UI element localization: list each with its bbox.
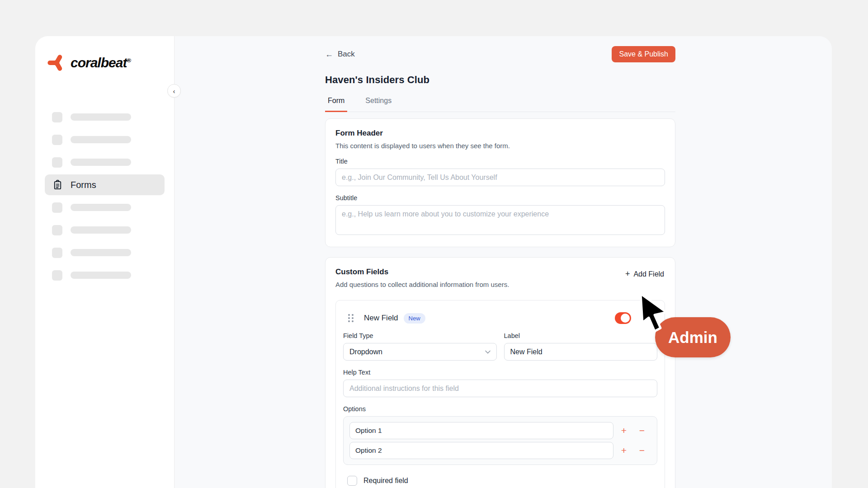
sidebar-skeleton-item <box>35 151 174 174</box>
title-input[interactable] <box>335 169 665 186</box>
tab-form[interactable]: Form <box>325 97 347 112</box>
field-type-value: Dropdown <box>349 348 382 356</box>
coralbeat-logo-icon <box>47 53 66 72</box>
skeleton-label <box>71 272 131 279</box>
skeleton-label <box>71 136 131 143</box>
required-row: Required field <box>347 476 657 486</box>
title-field-label: Title <box>335 158 665 165</box>
field-type-label: Field Type <box>343 332 497 339</box>
skeleton-label <box>71 159 131 166</box>
field-editor-card: New Field New Field Type Dropdown <box>335 300 665 488</box>
page: coralbeat® ‹ Forms <box>0 0 868 488</box>
sidebar-skeleton-item <box>35 264 174 286</box>
custom-fields-card: Custom Fields Add questions to collect a… <box>325 257 675 488</box>
skeleton-icon <box>52 225 62 235</box>
skeleton-icon <box>52 270 62 281</box>
custom-fields-description: Add questions to collect additional info… <box>335 281 509 288</box>
option-row: + − <box>349 422 657 439</box>
sidebar-item-label: Forms <box>71 180 96 190</box>
admin-cursor <box>638 292 670 333</box>
add-field-label: Add Field <box>633 270 664 278</box>
sidebar-item-forms[interactable]: Forms <box>45 174 165 195</box>
sidebar: coralbeat® ‹ Forms <box>35 36 175 488</box>
back-arrow-icon: ← <box>325 50 333 59</box>
skeleton-label <box>71 226 131 234</box>
help-text-label: Help Text <box>343 369 657 376</box>
tab-settings[interactable]: Settings <box>363 97 394 112</box>
sidebar-skeleton-item <box>35 128 174 151</box>
topbar: ← Back Save & Publish <box>325 46 675 62</box>
options-label: Options <box>343 405 657 413</box>
subtitle-field-label: Subtitle <box>335 194 665 202</box>
back-button[interactable]: ← Back <box>325 50 355 59</box>
back-label: Back <box>338 50 355 59</box>
custom-fields-title: Custom Fields <box>335 267 509 277</box>
skeleton-label <box>71 113 131 121</box>
subtitle-textarea[interactable] <box>335 205 665 235</box>
required-checkbox[interactable] <box>347 476 357 486</box>
add-field-button[interactable]: + Add Field <box>624 267 665 281</box>
form-header-title: Form Header <box>335 129 665 138</box>
brand-name: coralbeat® <box>71 55 131 70</box>
form-header-description: This content is displayed to users when … <box>335 142 665 150</box>
app-shell: coralbeat® ‹ Forms <box>35 36 832 488</box>
save-publish-button[interactable]: Save & Publish <box>612 46 675 62</box>
form-header-card: Form Header This content is displayed to… <box>325 118 675 247</box>
add-option-button[interactable]: + <box>616 443 632 458</box>
field-enabled-toggle[interactable] <box>615 312 631 324</box>
skeleton-icon <box>52 112 62 122</box>
sidebar-skeleton-item <box>35 196 174 219</box>
page-title: Haven's Insiders Club <box>325 74 675 86</box>
type-label-row: Field Type Dropdown Label <box>343 324 657 361</box>
skeleton-label <box>71 249 131 256</box>
field-name: New Field <box>364 314 398 323</box>
label-field-label: Label <box>504 332 658 339</box>
options-container: + − + − <box>343 416 657 465</box>
cursor-arrow-icon <box>638 292 670 333</box>
remove-option-button[interactable]: − <box>634 443 650 458</box>
required-label: Required field <box>363 477 408 485</box>
new-badge: New <box>404 313 425 324</box>
option-row: + − <box>349 442 657 459</box>
add-option-button[interactable]: + <box>616 423 632 438</box>
label-input[interactable] <box>504 343 658 361</box>
option-input-2[interactable] <box>349 442 613 459</box>
skeleton-label <box>71 204 131 211</box>
skeleton-icon <box>52 202 62 213</box>
tab-bar: Form Settings <box>325 97 675 112</box>
help-text-input[interactable] <box>343 380 657 397</box>
plus-icon: + <box>625 269 630 279</box>
chevron-down-icon <box>485 350 491 354</box>
brand-logo: coralbeat® <box>35 36 174 72</box>
sidebar-skeleton-item <box>35 106 174 128</box>
option-input-1[interactable] <box>349 422 613 439</box>
admin-badge-label: Admin <box>668 328 717 347</box>
skeleton-icon <box>52 248 62 258</box>
sidebar-nav: Forms <box>35 106 174 286</box>
sidebar-skeleton-item <box>35 219 174 241</box>
skeleton-icon <box>52 157 62 168</box>
toggle-knob <box>621 314 630 323</box>
main-content: ← Back Save & Publish Haven's Insiders C… <box>175 36 832 488</box>
sidebar-skeleton-item <box>35 241 174 264</box>
clipboard-list-icon <box>52 180 63 190</box>
remove-option-button[interactable]: − <box>634 423 650 438</box>
field-type-select[interactable]: Dropdown <box>343 343 497 361</box>
registered-mark: ® <box>127 57 131 64</box>
drag-handle-icon[interactable] <box>347 313 355 323</box>
skeleton-icon <box>52 135 62 145</box>
